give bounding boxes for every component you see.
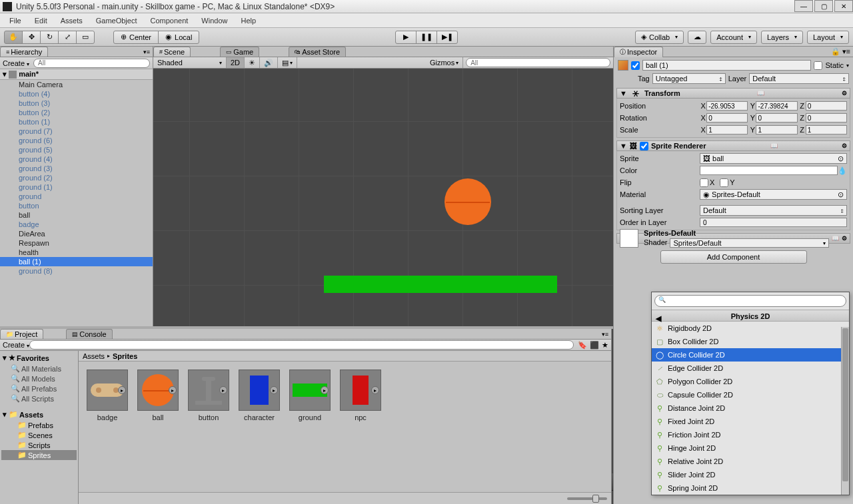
project-tab[interactable]: 📁Project xyxy=(0,329,43,339)
scale-y[interactable] xyxy=(756,125,797,134)
account-dropdown[interactable]: Account xyxy=(710,31,757,44)
asset-store-tab[interactable]: 🛍Asset Store xyxy=(289,47,346,57)
breadcrumb-sprites[interactable]: Sprites xyxy=(113,352,137,360)
hierarchy-item[interactable]: button (1) xyxy=(0,117,153,126)
rot-x[interactable] xyxy=(706,113,748,123)
favorite-item[interactable]: 🔍 All Scripts xyxy=(1,393,77,403)
sorting-layer-dropdown[interactable]: Default‡ xyxy=(700,205,847,216)
2d-toggle[interactable]: 2D xyxy=(227,57,245,68)
transform-header[interactable]: ▼ ⚹ Transform📖⚙ xyxy=(616,88,850,99)
component-option[interactable]: ⚲Relative Joint 2D xyxy=(652,455,849,468)
flip-y[interactable] xyxy=(720,178,728,187)
hierarchy-item[interactable]: ground xyxy=(0,192,153,201)
menu-gameobject[interactable]: GameObject xyxy=(89,15,144,26)
pivot-center[interactable]: ⊕Center xyxy=(113,31,159,44)
hierarchy-item[interactable]: button (2) xyxy=(0,108,153,117)
sr-help[interactable]: 📖 xyxy=(770,142,778,149)
audio-toggle[interactable]: 🔊 xyxy=(260,57,278,68)
asset-expand-icon[interactable]: ▸ xyxy=(118,386,126,394)
window-minimize[interactable]: — xyxy=(794,0,813,12)
scrollbar-thumb[interactable] xyxy=(842,328,848,481)
favorite-item[interactable]: 🔍 All Models xyxy=(1,374,77,383)
component-option[interactable]: ⬠Polygon Collider 2D xyxy=(652,375,849,388)
component-option[interactable]: ⚲Friction Joint 2D xyxy=(652,428,849,441)
hierarchy-item[interactable]: ground (7) xyxy=(0,126,153,136)
asset-zoom-slider[interactable] xyxy=(567,497,607,500)
folder-item[interactable]: 📁 Scenes xyxy=(1,430,77,440)
window-close[interactable]: ✕ xyxy=(834,0,853,12)
scale-z[interactable] xyxy=(806,125,847,134)
add-component-button[interactable]: Add Component xyxy=(660,250,807,264)
rotate-tool[interactable]: ↻ xyxy=(40,31,59,44)
asset-item[interactable]: ▸character xyxy=(239,370,280,484)
hierarchy-item[interactable]: ball (1) xyxy=(0,257,153,266)
breadcrumb[interactable]: Assets ▸ Sprites xyxy=(79,351,611,362)
object-name-field[interactable] xyxy=(642,60,811,71)
sprite-renderer-header[interactable]: ▼ 🖼 Sprite Renderer📖⚙ xyxy=(616,140,850,151)
scene-tab[interactable]: #Scene xyxy=(153,47,191,57)
component-option[interactable]: ⚲Spring Joint 2D xyxy=(652,481,849,495)
fx-toggle[interactable]: ▤ ▾ xyxy=(278,57,297,68)
hierarchy-search[interactable] xyxy=(33,59,150,68)
color-field[interactable] xyxy=(700,166,838,175)
static-checkbox[interactable] xyxy=(814,61,822,70)
gizmos-dropdown[interactable]: Gizmos ▾ xyxy=(426,57,463,68)
menu-window[interactable]: Window xyxy=(195,15,234,26)
folder-item[interactable]: 📁 Scripts xyxy=(1,440,77,450)
shader-dropdown[interactable]: Sprites/Default▾ xyxy=(670,238,829,248)
hierarchy-create[interactable]: Create ▾ xyxy=(3,59,29,67)
hierarchy-item[interactable]: ground (2) xyxy=(0,173,153,182)
active-checkbox[interactable] xyxy=(631,61,640,70)
menu-component[interactable]: Component xyxy=(143,15,195,26)
component-option[interactable]: ▢Box Collider 2D xyxy=(652,335,849,348)
asset-item[interactable]: ▸npc xyxy=(340,370,381,484)
asset-item[interactable]: ▸ball xyxy=(137,370,179,484)
pause-button[interactable]: ❚❚ xyxy=(416,31,437,44)
game-tab[interactable]: ▭Game xyxy=(220,47,259,57)
rot-z[interactable] xyxy=(806,113,847,123)
component-option[interactable]: ⚲Hinge Joint 2D xyxy=(652,441,849,455)
hierarchy-item[interactable]: ground (3) xyxy=(0,164,153,173)
filter-type[interactable]: ⬛ xyxy=(590,341,599,350)
hierarchy-item[interactable]: DieArea xyxy=(0,229,153,238)
menu-assets[interactable]: Assets xyxy=(54,15,89,26)
tag-dropdown[interactable]: Untagged‡ xyxy=(652,73,726,84)
pivot-local[interactable]: ◉Local xyxy=(158,31,199,44)
component-option[interactable]: ◯Circle Collider 2D xyxy=(652,348,849,362)
move-tool[interactable]: ✥ xyxy=(22,31,41,44)
scale-tool[interactable]: ⤢ xyxy=(58,31,77,44)
play-button[interactable]: ▶ xyxy=(395,31,417,44)
hierarchy-item[interactable]: Main Camera xyxy=(0,80,153,89)
flip-x[interactable] xyxy=(700,178,708,187)
pos-x[interactable] xyxy=(706,101,748,111)
hierarchy-item[interactable]: button (4) xyxy=(0,89,153,99)
hierarchy-tab[interactable]: ≡Hierarchy xyxy=(0,47,48,57)
cloud-button[interactable]: ☁ xyxy=(688,31,706,44)
gameobject-icon[interactable] xyxy=(618,60,628,71)
filter-save[interactable]: ★ xyxy=(602,341,608,350)
hierarchy-item[interactable]: ball xyxy=(0,210,153,220)
hierarchy-item[interactable]: Respawn xyxy=(0,238,153,248)
material-field[interactable]: ◉ Sprites-Default⊙ xyxy=(700,189,847,200)
hierarchy-item[interactable]: ground (1) xyxy=(0,182,153,192)
favorites-header[interactable]: ▾ ★ Favorites xyxy=(1,352,77,364)
folder-item[interactable]: 📁 Prefabs xyxy=(1,420,77,430)
sprite-renderer-enabled[interactable] xyxy=(640,142,648,150)
assets-header[interactable]: ▾ 📁 Assets xyxy=(1,409,77,420)
component-option[interactable]: ⚛Rigidbody 2D xyxy=(652,322,849,335)
asset-expand-icon[interactable]: ▸ xyxy=(321,386,329,394)
step-button[interactable]: ▶❚ xyxy=(436,31,458,44)
asset-expand-icon[interactable]: ▸ xyxy=(169,386,177,394)
layout-dropdown[interactable]: Layout xyxy=(807,31,849,44)
component-option[interactable]: ⚲Distance Joint 2D xyxy=(652,401,849,415)
favorite-item[interactable]: 🔍 All Materials xyxy=(1,364,77,374)
component-option[interactable]: ⟋Edge Collider 2D xyxy=(652,362,849,375)
scene-viewport[interactable] xyxy=(153,69,613,326)
asset-item[interactable]: ▸button xyxy=(188,370,229,484)
transform-help[interactable]: 📖 xyxy=(757,90,764,97)
material-gear[interactable]: ⚙ xyxy=(842,235,847,242)
hierarchy-item[interactable]: ground (6) xyxy=(0,136,153,145)
hierarchy-item[interactable]: ground (5) xyxy=(0,145,153,154)
component-option[interactable]: ⬭Capsule Collider 2D xyxy=(652,388,849,401)
shading-mode[interactable]: Shaded▾ xyxy=(153,57,227,68)
